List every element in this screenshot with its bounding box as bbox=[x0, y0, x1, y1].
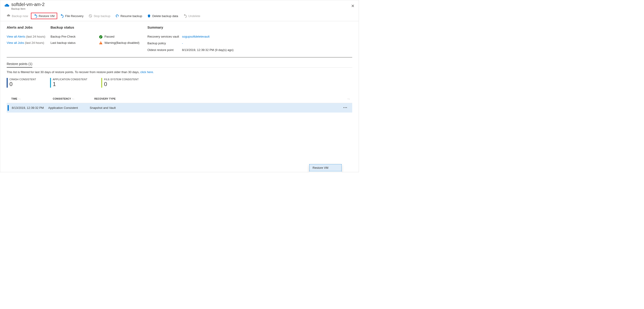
svg-rect-4 bbox=[100, 44, 101, 44]
filter-note: This list is filtered for last 30 days o… bbox=[7, 70, 352, 74]
table-row[interactable]: 8/13/2019, 12:39:32 PM Application Consi… bbox=[7, 103, 352, 112]
row-selection-marker bbox=[8, 105, 9, 111]
vm-backup-icon bbox=[4, 4, 10, 9]
td-recovery-type: Snapshot and Vault bbox=[90, 106, 216, 110]
th-time[interactable]: TIME↑↓ bbox=[11, 97, 53, 100]
cloud-upload-icon bbox=[7, 14, 10, 18]
policy-label: Backup policy bbox=[148, 42, 182, 45]
view-alerts-meta: (last 24 hours) bbox=[26, 35, 45, 38]
trash-icon bbox=[147, 14, 151, 18]
success-icon bbox=[99, 35, 103, 39]
block-icon bbox=[88, 14, 92, 18]
close-button[interactable]: ✕ bbox=[349, 2, 356, 10]
stat-application-consistent: APPLICATION CONSISTENT 1 bbox=[50, 78, 88, 88]
consistency-stats: CRASH CONSISTENT 0 APPLICATION CONSISTEN… bbox=[7, 78, 352, 88]
restore-vm-button[interactable]: Restore VM bbox=[31, 13, 58, 19]
vault-link[interactable]: sogupsoftdeletevault bbox=[182, 35, 352, 38]
last-backup-status-label: Last backup status bbox=[50, 41, 99, 45]
vault-label: Recovery services vault bbox=[148, 35, 182, 38]
undelete-button: Undelete bbox=[181, 13, 202, 19]
precheck-label: Backup Pre-Check bbox=[50, 35, 99, 39]
row-context-menu: Restore VM File Recovery bbox=[309, 164, 342, 172]
th-recovery-type[interactable]: RECOVERY TYPE bbox=[94, 97, 221, 100]
undo-icon bbox=[60, 14, 64, 18]
file-recovery-button[interactable]: File Recovery bbox=[58, 13, 86, 19]
view-jobs-row: View all Jobs (last 24 hours) bbox=[7, 41, 50, 45]
view-jobs-meta: (last 24 hours) bbox=[25, 41, 44, 44]
alerts-section-title: Alerts and Jobs bbox=[7, 25, 50, 29]
view-all-alerts-link[interactable]: View all Alerts bbox=[7, 35, 25, 38]
view-alerts-row: View all Alerts (last 24 hours) bbox=[7, 35, 50, 39]
page-title: softdel-vm-am-2 bbox=[11, 2, 349, 7]
th-consistency[interactable]: CONSISTENCY↑↓ bbox=[53, 97, 94, 100]
click-here-link[interactable]: click here. bbox=[140, 70, 154, 74]
backup-status-section-title: Backup status bbox=[50, 25, 148, 29]
table-header: TIME↑↓ CONSISTENCY↑↓ RECOVERY TYPE ↑↓ bbox=[7, 94, 352, 103]
undo-icon bbox=[183, 14, 187, 18]
td-consistency: Application Consistent bbox=[48, 106, 90, 110]
table-body: 8/13/2019, 12:39:32 PM Application Consi… bbox=[7, 103, 352, 112]
resume-backup-button[interactable]: Resume backup bbox=[113, 13, 144, 19]
view-all-jobs-link[interactable]: View all Jobs bbox=[7, 41, 24, 44]
content-area: Alerts and Jobs Backup status Summary Vi… bbox=[0, 21, 359, 112]
warning-icon bbox=[99, 41, 103, 45]
stop-backup-button: Stop backup bbox=[86, 13, 112, 19]
row-more-button[interactable]: ··· bbox=[341, 106, 350, 110]
last-backup-status-value: Warning(Backup disabled) bbox=[99, 41, 148, 45]
undo-icon bbox=[34, 14, 37, 18]
divider bbox=[7, 57, 352, 58]
td-time: 8/13/2019, 12:39:32 PM bbox=[7, 106, 48, 110]
context-file-recovery[interactable]: File Recovery bbox=[309, 171, 342, 172]
svg-rect-3 bbox=[100, 42, 101, 43]
delete-backup-data-button[interactable]: Delete backup data bbox=[145, 13, 180, 19]
toolbar: Backup now Restore VM File Recovery Stop… bbox=[0, 11, 359, 21]
svg-line-1 bbox=[90, 15, 91, 17]
blade-header: softdel-vm-am-2 Backup Item ✕ bbox=[0, 0, 359, 11]
policy-link[interactable]: - bbox=[182, 42, 352, 45]
tab-bar: Restore points (1) bbox=[7, 61, 352, 68]
info-section: Alerts and Jobs Backup status Summary Vi… bbox=[7, 25, 352, 57]
stat-filesystem-consistent: FILE-SYSTEM CONSISTENT 0 bbox=[101, 78, 139, 88]
stat-crash-consistent: CRASH CONSISTENT 0 bbox=[7, 78, 36, 88]
refresh-icon bbox=[115, 14, 119, 18]
oldest-restore-value: 8/13/2019, 12:39:32 PM (9 day(s) ago) bbox=[182, 48, 352, 52]
precheck-value: Passed bbox=[99, 35, 148, 39]
backup-now-button: Backup now bbox=[4, 13, 30, 19]
summary-block: Recovery services vault sogupsoftdeletev… bbox=[148, 35, 352, 52]
page-subtitle: Backup Item bbox=[11, 7, 349, 10]
tab-restore-points[interactable]: Restore points (1) bbox=[7, 61, 32, 68]
context-restore-vm[interactable]: Restore VM bbox=[309, 164, 342, 171]
oldest-restore-label: Oldest restore point bbox=[148, 48, 182, 52]
summary-section-title: Summary bbox=[148, 25, 352, 29]
